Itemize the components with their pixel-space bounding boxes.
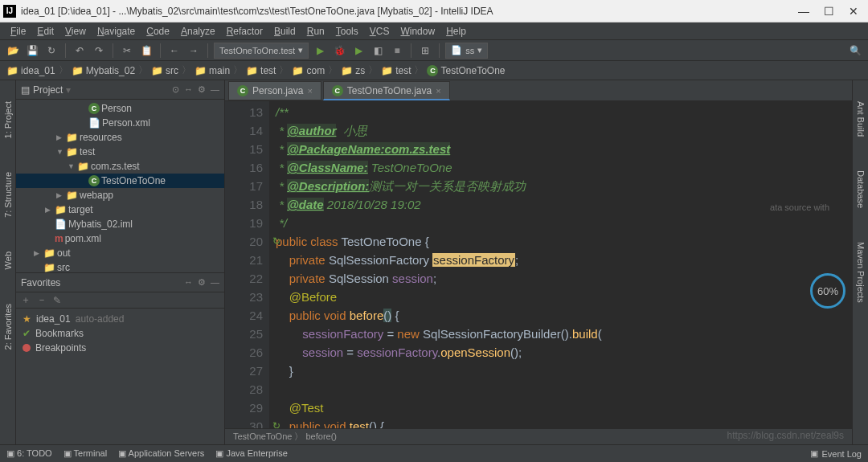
redo-button[interactable]: ↷ [91, 43, 107, 59]
titlebar: IJ idea_01 [D:\idea_01] - ...\Mybatis_02… [0, 0, 868, 22]
debug-button[interactable]: 🐞 [331, 43, 347, 59]
open-button[interactable]: 📂 [5, 43, 21, 59]
datasource-hint: ata source with [770, 202, 829, 212]
fav-idea_01[interactable]: ★idea_01 auto-added [23, 312, 218, 326]
gear-icon[interactable]: ⚙ [198, 277, 206, 288]
menu-help[interactable]: Help [440, 26, 472, 37]
tree-item-com-zs-test[interactable]: ▼📁com.zs.test [16, 159, 224, 174]
tab-testonetoone-java[interactable]: CTestOneToOne.java× [323, 81, 450, 100]
left-tab-1-project[interactable]: 1: Project [2, 96, 14, 143]
window-title: idea_01 [D:\idea_01] - ...\Mybatis_02\sr… [21, 6, 798, 17]
code-body[interactable]: /** * @author 小思 * @PackageName:com.zs.t… [269, 101, 852, 428]
minimize-button[interactable]: — [798, 5, 809, 18]
menu-run[interactable]: Run [301, 26, 330, 37]
collapse-icon[interactable]: ⊙ [172, 84, 179, 95]
project-tree[interactable]: CPerson📄Person.xml▶📁resources▼📁test▼📁com… [16, 100, 224, 272]
menu-navigate[interactable]: Navigate [92, 26, 141, 37]
menu-analyze[interactable]: Analyze [175, 26, 221, 37]
ss-dropdown[interactable]: 📄ss ▾ [445, 43, 488, 59]
forward-button[interactable]: → [186, 43, 202, 59]
left-tab-7-structure[interactable]: 7: Structure [2, 167, 14, 223]
bottom-6-todo[interactable]: ▣ 6: TODO [6, 448, 52, 459]
menu-window[interactable]: Window [395, 26, 440, 37]
crumb-test[interactable]: 📁 test [381, 65, 411, 76]
structure-button[interactable]: ⊞ [417, 43, 433, 59]
remove-icon[interactable]: － [37, 293, 47, 307]
menu-build[interactable]: Build [268, 26, 301, 37]
run-gutter-icon[interactable]: ↻ [272, 417, 280, 428]
close-tab-icon[interactable]: × [307, 86, 312, 96]
tree-item-webapp[interactable]: ▶📁webapp [16, 188, 224, 202]
run-button[interactable]: ▶ [312, 43, 328, 59]
tree-item-resources[interactable]: ▶📁resources [16, 130, 224, 145]
left-tab-web[interactable]: Web [2, 247, 14, 274]
maximize-button[interactable]: ☐ [824, 5, 834, 18]
hide-icon[interactable]: — [211, 84, 219, 95]
tree-item-src[interactable]: 📁src [16, 260, 224, 272]
crumb-mybatis_02[interactable]: 📁 Mybatis_02 [72, 65, 135, 76]
bottom-bar: ▣ 6: TODO▣ Terminal▣ Application Servers… [0, 444, 868, 462]
profile-button[interactable]: ◧ [370, 43, 386, 59]
fav-breakpoints[interactable]: Breakpoints [23, 341, 218, 355]
crumb-test[interactable]: 📁 test [246, 65, 276, 76]
tree-item-person[interactable]: CPerson [16, 101, 224, 116]
cut-button[interactable]: ✂ [119, 43, 135, 59]
save-button[interactable]: 💾 [24, 43, 40, 59]
close-button[interactable]: ✕ [849, 5, 858, 18]
menu-view[interactable]: View [59, 26, 92, 37]
editor-tabs: CPerson.java×CTestOneToOne.java× [225, 80, 852, 101]
menu-edit[interactable]: Edit [31, 26, 59, 37]
crumb-main[interactable]: 📁 main [194, 65, 230, 76]
bottom-java-enterprise[interactable]: ▣ Java Enterprise [215, 448, 287, 459]
back-button[interactable]: ← [166, 43, 182, 59]
right-tab-database[interactable]: Database [854, 166, 867, 213]
menu-vcs[interactable]: VCS [364, 26, 395, 37]
tab-person-java[interactable]: CPerson.java× [228, 81, 321, 100]
right-tab-maven-projects[interactable]: Maven Projects [854, 237, 867, 308]
crumb-com[interactable]: 📁 com [292, 65, 325, 76]
edit-icon[interactable]: ✎ [53, 295, 61, 306]
tree-item-pom-xml[interactable]: mpom.xml [16, 231, 224, 246]
menu-file[interactable]: File [5, 26, 31, 37]
undo-button[interactable]: ↶ [72, 43, 88, 59]
hide-icon[interactable]: — [211, 277, 219, 288]
run-config-label: TestOneToOne.test [219, 46, 295, 55]
crumb-src[interactable]: 📁 src [151, 65, 178, 76]
tree-item-mybatis-02-iml[interactable]: 📄Mybatis_02.iml [16, 217, 224, 231]
add-icon[interactable]: ＋ [21, 293, 31, 307]
event-log-button[interactable]: ▣ Event Log [810, 448, 862, 459]
refresh-button[interactable]: ↻ [43, 43, 59, 59]
close-tab-icon[interactable]: × [436, 86, 440, 96]
tree-item-person-xml[interactable]: 📄Person.xml [16, 116, 224, 130]
bottom-application-servers[interactable]: ▣ Application Servers [118, 448, 204, 459]
gutter[interactable]: 1314151617181920↻21222324252627282930↻ [225, 101, 269, 428]
right-tab-ant-build[interactable]: Ant Build [854, 96, 867, 141]
scroll-icon[interactable]: ↔ [184, 84, 193, 95]
search-button[interactable]: 🔍 [847, 43, 863, 59]
expand-icon[interactable]: ↔ [184, 277, 193, 288]
run-config-dropdown[interactable]: TestOneToOne.test ▾ [214, 43, 309, 59]
favorites-title: Favorites [21, 277, 184, 288]
fav-bookmarks[interactable]: ✔Bookmarks [23, 326, 218, 341]
menu-refactor[interactable]: Refactor [221, 26, 268, 37]
tree-item-test[interactable]: ▼📁test [16, 145, 224, 159]
menu-tools[interactable]: Tools [330, 26, 364, 37]
crumb-zs[interactable]: 📁 zs [341, 65, 365, 76]
project-panel-header: ▤ Project ▾ ⊙ ↔ ⚙ — [16, 80, 224, 100]
project-panel-title: Project [33, 84, 63, 96]
sidebar: ▤ Project ▾ ⊙ ↔ ⚙ — CPerson📄Person.xml▶📁… [16, 80, 225, 444]
tree-item-testonetoone[interactable]: CTestOneToOne [16, 174, 224, 188]
crumb-testonetoone[interactable]: C TestOneToOne [427, 65, 505, 76]
crumb-idea_01[interactable]: 📁 idea_01 [6, 65, 55, 76]
tree-item-target[interactable]: ▶📁target [16, 202, 224, 217]
stop-button[interactable]: ■ [389, 43, 405, 59]
bottom-terminal[interactable]: ▣ Terminal [63, 448, 107, 459]
code-editor[interactable]: 1314151617181920↻21222324252627282930↻ /… [225, 101, 852, 428]
copy-button[interactable]: 📋 [138, 43, 154, 59]
run-gutter-icon[interactable]: ↻ [272, 232, 280, 251]
coverage-button[interactable]: ▶ [350, 43, 366, 59]
tree-item-out[interactable]: ▶📁out [16, 246, 224, 260]
left-tab-2-favorites[interactable]: 2: Favorites [2, 299, 14, 354]
menu-code[interactable]: Code [141, 26, 175, 37]
gear-icon[interactable]: ⚙ [198, 84, 206, 95]
